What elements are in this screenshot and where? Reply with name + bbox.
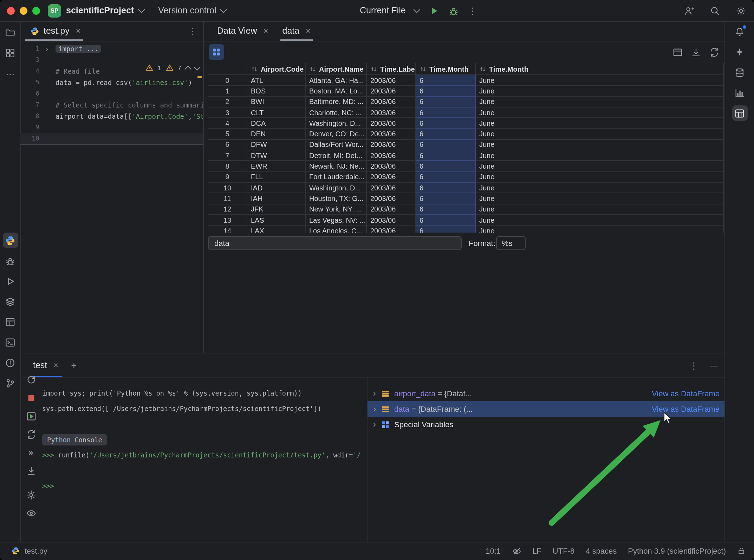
column-header[interactable]: Time.Month	[476, 63, 724, 75]
project-badge[interactable]: SP	[48, 4, 61, 17]
run-tool-button[interactable]	[2, 273, 18, 289]
table-cell[interactable]: DCA	[247, 118, 306, 129]
table-cell[interactable]: June	[476, 226, 724, 233]
table-cell[interactable]: June	[476, 204, 724, 215]
version-control-tool-button[interactable]	[2, 375, 18, 391]
download-icon[interactable]	[691, 47, 701, 57]
chevron-right-icon[interactable]: ›	[373, 405, 376, 413]
line-number[interactable]: 6	[20, 90, 39, 97]
table-cell[interactable]: June	[476, 215, 724, 226]
tab-data[interactable]: data ×	[275, 21, 318, 41]
console-options-button[interactable]: ⋮	[689, 361, 698, 370]
fold-chevron-icon[interactable]: ›	[39, 45, 56, 52]
run-configuration-selector[interactable]: Current File	[360, 6, 406, 15]
table-cell[interactable]: 6	[416, 150, 476, 161]
table-cell[interactable]: LAS	[247, 215, 306, 226]
row-index[interactable]: 11	[208, 194, 247, 204]
expression-input[interactable]	[208, 236, 462, 250]
row-index[interactable]: 14	[208, 226, 247, 233]
terminal-tool-button[interactable]	[2, 334, 18, 350]
search-icon[interactable]	[710, 5, 720, 16]
table-cell[interactable]: 6	[416, 226, 476, 233]
hide-panel-button[interactable]: —	[710, 360, 718, 370]
table-cell[interactable]: June	[476, 172, 724, 183]
console-line[interactable]: >>>	[42, 478, 367, 494]
file-encoding[interactable]: UTF-8	[553, 547, 574, 555]
column-header[interactable]: Airport.Name	[306, 63, 367, 75]
zoom-window-button[interactable]	[32, 7, 40, 14]
line-number[interactable]: 10	[20, 135, 39, 142]
line-separator[interactable]: LF	[532, 547, 541, 555]
new-console-button[interactable]: +	[71, 360, 77, 371]
execute-in-console-button[interactable]	[23, 408, 39, 424]
chevron-right-icon[interactable]: ›	[373, 389, 376, 398]
column-header[interactable]: Time.Label	[367, 63, 416, 75]
grid-view-button[interactable]	[209, 44, 224, 60]
python-interpreter[interactable]: Python 3.9 (scientificProject)	[628, 547, 726, 555]
table-cell[interactable]: DEN	[247, 129, 306, 140]
close-tab-icon[interactable]: ×	[264, 27, 268, 35]
python-console-tool-button[interactable]	[2, 233, 18, 248]
table-cell[interactable]: Denver, CO: De...	[306, 129, 367, 140]
debug-tool-button[interactable]	[2, 253, 18, 268]
table-cell[interactable]: 2003/06	[367, 183, 416, 194]
run-button[interactable]	[429, 5, 439, 16]
table-cell[interactable]: 6	[416, 204, 476, 215]
close-tab-icon[interactable]: ×	[53, 361, 58, 370]
settings-gear-icon[interactable]	[736, 5, 746, 16]
table-cell[interactable]: ATL	[247, 75, 306, 86]
table-cell[interactable]: 6	[416, 194, 476, 204]
table-cell[interactable]: 2003/06	[367, 118, 416, 129]
line-number[interactable]: 5	[20, 79, 39, 86]
table-cell[interactable]: Houston, TX: G...	[306, 194, 367, 204]
table-cell[interactable]: Detroit, MI: Det...	[306, 150, 367, 161]
table-cell[interactable]: 2003/06	[367, 108, 416, 118]
table-cell[interactable]: 2003/06	[367, 97, 416, 108]
row-index[interactable]: 13	[208, 215, 247, 226]
table-cell[interactable]: 2003/06	[367, 86, 416, 97]
table-cell[interactable]: New York, NY: ...	[306, 204, 367, 215]
table-cell[interactable]: June	[476, 97, 724, 108]
format-input[interactable]	[496, 236, 526, 250]
row-index[interactable]: 3	[208, 108, 247, 118]
line-number[interactable]: 9	[20, 124, 39, 131]
row-index[interactable]: 12	[208, 204, 247, 215]
table-cell[interactable]: June	[476, 129, 724, 140]
minimize-window-button[interactable]	[20, 7, 27, 14]
table-cell[interactable]: 2003/06	[367, 204, 416, 215]
code-line[interactable]: 8airport_data=data[['Airport.Code','St	[20, 110, 203, 122]
table-cell[interactable]: 6	[416, 86, 476, 97]
table-cell[interactable]: 6	[416, 108, 476, 118]
database-button[interactable]	[732, 65, 747, 80]
column-header[interactable]	[208, 63, 247, 75]
table-cell[interactable]: 6	[416, 161, 476, 172]
code-editor[interactable]: 1›import ...34# Read file5data = pd.read…	[20, 41, 203, 353]
table-cell[interactable]: June	[476, 194, 724, 204]
table-cell[interactable]: June	[476, 150, 724, 161]
table-cell[interactable]: Baltimore, MD: ...	[306, 97, 367, 108]
view-as-dataframe-link[interactable]: View as DataFrame	[652, 389, 725, 398]
console-settings-button[interactable]	[23, 487, 39, 502]
table-cell[interactable]: June	[476, 140, 724, 151]
table-cell[interactable]: IAD	[247, 183, 306, 194]
table-cell[interactable]: 2003/06	[367, 75, 416, 86]
code-line[interactable]: 1›import ...	[20, 43, 203, 54]
previous-problem-icon[interactable]	[184, 65, 191, 72]
table-cell[interactable]: BOS	[247, 86, 306, 97]
services-tool-button[interactable]	[2, 314, 18, 330]
row-index[interactable]: 8	[208, 161, 247, 172]
row-index[interactable]: 6	[208, 140, 247, 151]
table-cell[interactable]: Atlanta, GA: Ha...	[306, 75, 367, 86]
table-cell[interactable]: 6	[416, 75, 476, 86]
table-cell[interactable]: DFW	[247, 140, 306, 151]
table-cell[interactable]: 2003/06	[367, 161, 416, 172]
line-number[interactable]: 7	[20, 101, 39, 108]
code-with-me-icon[interactable]	[684, 5, 694, 16]
project-name-menu[interactable]: scientificProject	[66, 6, 134, 15]
row-index[interactable]: 7	[208, 150, 247, 161]
table-cell[interactable]: 2003/06	[367, 129, 416, 140]
table-cell[interactable]: 2003/06	[367, 194, 416, 204]
table-cell[interactable]: 2003/06	[367, 150, 416, 161]
version-control-menu[interactable]: Version control	[158, 6, 216, 15]
code-line[interactable]: 6	[20, 88, 203, 99]
